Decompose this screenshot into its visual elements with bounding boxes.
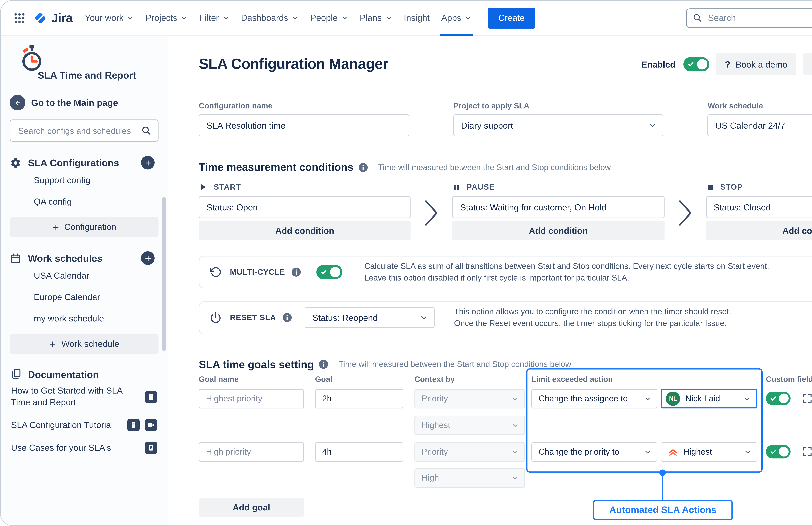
nav-your-work[interactable]: Your work	[79, 0, 140, 35]
condition-separator	[411, 181, 452, 228]
goal-value-input-row2[interactable]	[315, 442, 403, 462]
expand-button-row2[interactable]	[800, 445, 812, 458]
goal-name-input-row2[interactable]	[199, 442, 304, 462]
expand-button-row1[interactable]	[800, 392, 812, 405]
add-configuration-button[interactable]	[141, 156, 155, 170]
project-select[interactable]: Diary support	[453, 114, 664, 136]
global-search-input[interactable]	[707, 12, 812, 24]
start-add-condition-button[interactable]: Add condition	[199, 221, 411, 240]
sidebar-item-my-work-schedule[interactable]: my work schedule	[10, 308, 159, 329]
context-field-select-row1[interactable]: Priority	[415, 389, 525, 408]
context-value: High	[422, 473, 439, 482]
priority-select-row2[interactable]: Highest	[661, 442, 757, 462]
back-to-main-link[interactable]: Go to the Main page	[10, 95, 159, 111]
add-work-schedule-button[interactable]	[141, 251, 155, 265]
limit-action-select-row1[interactable]: Change the assignee to	[531, 389, 657, 408]
enabled-toggle[interactable]	[683, 57, 709, 71]
info-icon[interactable]	[282, 313, 292, 322]
context-value-select-row2[interactable]: High	[415, 468, 525, 487]
nav-filter[interactable]: Filter	[193, 0, 235, 35]
sidebar-item-usa-calendar[interactable]: USA Calendar	[10, 265, 159, 287]
doc-item-use-cases[interactable]: Use Cases for your SLA's	[10, 437, 159, 459]
project-label: Project to apply SLA	[453, 101, 664, 111]
doc-item-label: SLA Configuration Tutorial	[11, 419, 122, 431]
work-schedule-select[interactable]: US Calendar 24/7	[708, 114, 812, 136]
start-condition-value[interactable]: Status: Open	[199, 196, 411, 218]
multi-cycle-description: Calculate SLA as sum of all transitions …	[364, 260, 769, 284]
custom-field-toggle-row2[interactable]	[766, 444, 791, 458]
new-configuration-button[interactable]: Configuration	[10, 217, 159, 237]
info-icon[interactable]	[291, 268, 301, 277]
create-button[interactable]: Create	[488, 8, 535, 28]
video-badge-icon	[145, 419, 157, 432]
plus-icon	[49, 340, 57, 348]
reset-condition-select[interactable]: Status: Reopend	[305, 307, 435, 328]
configuration-name-input[interactable]	[199, 114, 409, 136]
check-icon	[770, 449, 776, 454]
sidebar-item-europe-calendar[interactable]: Europe Calendar	[10, 287, 159, 308]
sidebar-search-input[interactable]	[17, 125, 136, 136]
custom-field-toggle-row1[interactable]	[766, 391, 791, 405]
global-search[interactable]	[686, 8, 812, 28]
plus-icon	[144, 159, 152, 166]
limit-action-select-row2[interactable]: Change the priority to	[531, 442, 657, 462]
back-link-label: Go to the Main page	[31, 98, 118, 108]
chevron-down-icon	[180, 14, 188, 21]
nav-insight[interactable]: Insight	[398, 0, 435, 35]
pause-condition-value[interactable]: Status: Waiting for customer, On Hold	[452, 196, 664, 218]
assignee-select-row1[interactable]: NL Nick Laid	[661, 389, 757, 408]
doc-item-tutorial[interactable]: SLA Configuration Tutorial	[10, 414, 159, 437]
chevron-down-icon	[291, 14, 299, 21]
sidebar-scrollbar[interactable]	[162, 197, 166, 351]
article-badge-icon	[145, 391, 157, 403]
reset-desc-line2: Once the Reset event occurs, the timer s…	[454, 318, 731, 330]
chevron-down-icon	[511, 474, 519, 482]
goal-value-input[interactable]	[322, 447, 396, 456]
add-goal-button[interactable]: Add goal	[199, 498, 304, 516]
nav-people[interactable]: People	[304, 0, 354, 35]
nav-dashboards[interactable]: Dashboards	[235, 0, 304, 35]
question-icon: ?	[725, 59, 730, 70]
stop-condition-value[interactable]: Status: Closed	[706, 196, 812, 218]
context-by-header: Context by	[415, 374, 455, 383]
nav-plans[interactable]: Plans	[354, 0, 398, 35]
plus-icon	[144, 254, 152, 262]
jira-logo[interactable]: Jira	[33, 11, 72, 25]
sidebar-item-qa-config[interactable]: QA config	[10, 191, 159, 213]
sidebar-search[interactable]	[10, 119, 159, 142]
book-a-demo-button[interactable]: ? Book a demo	[716, 53, 796, 75]
goal-name-input[interactable]	[206, 394, 297, 403]
doc-item-get-started[interactable]: How to Get Started with SLA Time and Rep…	[10, 380, 159, 414]
goal-header: Goal	[315, 374, 332, 383]
chevron-down-icon	[644, 448, 652, 455]
goal-value-input[interactable]	[322, 394, 396, 403]
multi-cycle-toggle[interactable]	[316, 265, 342, 279]
goal-name-input[interactable]	[206, 447, 297, 456]
chevron-down-icon	[644, 394, 652, 402]
context-field-select-row2[interactable]: Priority	[415, 442, 525, 462]
stop-add-condition-button[interactable]: Add condition	[706, 221, 812, 240]
info-icon[interactable]	[359, 163, 368, 172]
pause-add-condition-button[interactable]: Add condition	[452, 221, 664, 240]
chevron-down-icon	[511, 421, 519, 429]
multi-cycle-label: MULTI-CYCLE	[230, 268, 285, 277]
goal-name-input-row1[interactable]	[199, 389, 304, 408]
nav-label: Your work	[85, 13, 124, 23]
reset-sla-label: RESET SLA	[230, 313, 276, 322]
info-icon[interactable]	[319, 360, 328, 369]
jira-wordmark: Jira	[51, 11, 72, 25]
documents-icon	[10, 368, 21, 380]
new-work-schedule-button[interactable]: Work schedule	[10, 334, 159, 354]
new-work-schedule-label: Work schedule	[61, 339, 119, 349]
sidebar-item-support-config[interactable]: Support config	[10, 170, 159, 191]
chevron-down-icon	[420, 313, 428, 322]
sla-goals-section: SLA time goals setting Time will measure…	[199, 348, 812, 523]
app-switcher-button[interactable]	[10, 8, 29, 28]
priority-value: Highest	[683, 447, 712, 456]
setup-wizard-button[interactable]: Setup Wizard	[803, 53, 812, 75]
goal-value-input-row1[interactable]	[315, 389, 403, 408]
context-value-select-row1[interactable]: Highest	[415, 415, 525, 435]
nav-apps[interactable]: Apps	[435, 0, 477, 35]
reset-sla-row: RESET SLA Status: Reopend This option al…	[199, 302, 812, 334]
nav-projects[interactable]: Projects	[140, 0, 193, 35]
